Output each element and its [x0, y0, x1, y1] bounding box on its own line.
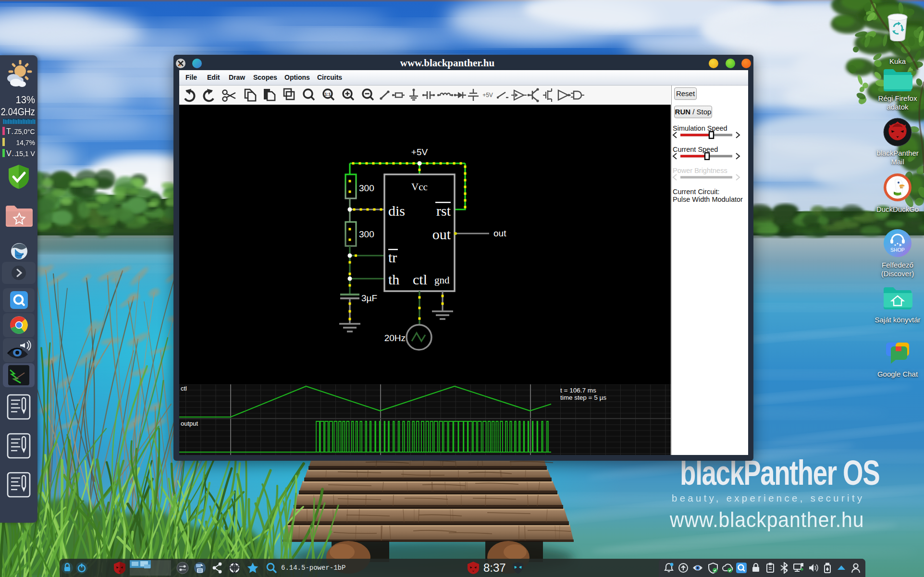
svg-text:+5V: +5V	[411, 147, 428, 157]
svg-text:gnd: gnd	[434, 274, 450, 286]
svg-text:300: 300	[359, 229, 374, 239]
svg-text:20Hz: 20Hz	[384, 333, 406, 343]
svg-text:output: output	[181, 420, 198, 427]
svg-text:t = 106.7 ms: t = 106.7 ms	[560, 387, 596, 394]
svg-text:Vcc: Vcc	[411, 181, 428, 193]
svg-text:th: th	[388, 271, 399, 287]
svg-text:dis: dis	[388, 203, 405, 219]
svg-text:out: out	[493, 228, 506, 238]
svg-text:+5V: +5V	[482, 92, 493, 98]
svg-text:ctl: ctl	[413, 271, 427, 287]
svg-text:3µF: 3µF	[361, 293, 377, 303]
svg-text:tr: tr	[388, 249, 397, 265]
svg-text:300: 300	[359, 183, 374, 193]
svg-text:out: out	[432, 226, 451, 242]
svg-text:SHOP: SHOP	[890, 247, 905, 253]
svg-text:rst: rst	[436, 203, 451, 219]
svg-text:time step = 5 µs: time step = 5 µs	[560, 394, 606, 401]
svg-text:1:1: 1:1	[324, 92, 331, 97]
svg-text:ctl: ctl	[181, 385, 187, 392]
